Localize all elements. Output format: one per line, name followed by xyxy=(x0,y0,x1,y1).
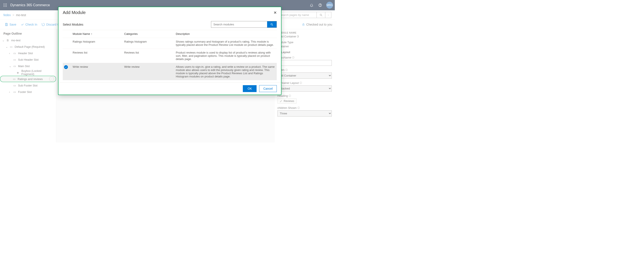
grid-row[interactable]: Reviews list Reviews list Product review… xyxy=(63,49,277,63)
col-module-name[interactable]: Module Name↑ xyxy=(73,32,124,36)
cell-cat: Ratings histogram xyxy=(124,40,176,43)
cell-cat: Reviews list xyxy=(124,51,176,54)
close-icon[interactable]: ✕ xyxy=(274,10,277,15)
checkmark-icon xyxy=(64,65,68,69)
module-search xyxy=(211,21,277,28)
col-categories[interactable]: Categories xyxy=(124,32,176,36)
ok-button[interactable]: OK xyxy=(243,85,256,92)
cell-desc: Allows users to sign-in, give a rating, … xyxy=(176,65,276,78)
cell-name: Ratings histogram xyxy=(73,40,124,43)
dialog-title: Add Module xyxy=(63,10,86,15)
grid-header: Module Name↑ Categories Description xyxy=(63,30,277,38)
grid-row[interactable]: Ratings histogram Ratings histogram Show… xyxy=(63,38,277,49)
add-module-dialog: Add Module ✕ Select Modules Module Name↑… xyxy=(58,7,282,95)
module-search-button[interactable] xyxy=(267,21,276,28)
svg-point-16 xyxy=(271,24,272,25)
cell-name: Write review xyxy=(73,65,124,68)
col-description[interactable]: Description xyxy=(176,32,276,36)
sort-up-icon: ↑ xyxy=(91,32,92,36)
cell-cat: Write review xyxy=(124,65,176,68)
module-search-input[interactable] xyxy=(211,21,267,28)
grid-row-selected[interactable]: Write review Write review Allows users t… xyxy=(63,63,277,80)
cell-desc: Product reviews module is used to displa… xyxy=(176,51,276,61)
cell-name: Reviews list xyxy=(73,51,124,54)
svg-line-17 xyxy=(272,25,273,26)
cell-desc: Shows ratings summary and histogram of a… xyxy=(176,40,276,47)
cancel-button[interactable]: Cancel xyxy=(259,85,277,92)
module-grid: Module Name↑ Categories Description Rati… xyxy=(63,30,277,80)
select-modules-label: Select Modules xyxy=(63,23,83,26)
